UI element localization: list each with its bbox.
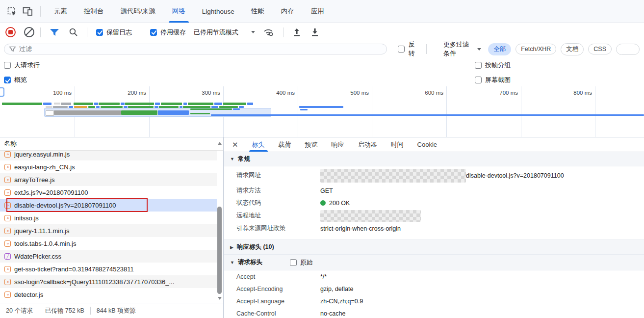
- device-toolbar-icon[interactable]: [23, 6, 32, 16]
- script-file-icon: ‹›: [4, 292, 11, 298]
- scrollbar[interactable]: [216, 139, 223, 303]
- divider: [40, 6, 41, 17]
- main-tab-7[interactable]: 应用: [303, 0, 333, 23]
- divider: [90, 307, 91, 315]
- details-tab-2[interactable]: 预览: [298, 137, 325, 152]
- general-title: 常规: [238, 155, 250, 163]
- checkbox-checked[interactable]: [150, 29, 157, 36]
- timeline-handle[interactable]: [0, 87, 4, 97]
- throttling-select[interactable]: 已停用节流模式: [194, 28, 255, 37]
- waterfall-bar: [158, 110, 189, 115]
- request-row-8[interactable]: ╱WdatePicker.css: [0, 250, 217, 263]
- main-tab-0[interactable]: 元素: [46, 0, 76, 23]
- filter-pill-2[interactable]: 文档: [561, 43, 584, 55]
- request-headers-section-header[interactable]: ▼ 请求标头 原始: [224, 255, 644, 270]
- details-tab-3[interactable]: 响应: [325, 137, 351, 152]
- invert-checkbox[interactable]: 反转: [398, 41, 416, 57]
- details-tab-strip: ✕ 标头载荷预览响应启动器时间Cookie: [224, 137, 644, 152]
- overview-checkbox[interactable]: 概览: [4, 76, 27, 84]
- checkbox-checked[interactable]: [96, 29, 103, 36]
- response-headers-section-header[interactable]: ▶ 响应标头 (10): [224, 239, 644, 255]
- request-name: WdatePicker.css: [14, 253, 61, 260]
- main-tab-2[interactable]: 源代码/来源: [112, 0, 164, 23]
- header-label: Cache-Control: [236, 310, 320, 317]
- network-conditions-icon[interactable]: [263, 28, 274, 36]
- request-row-4[interactable]: ‹›disable-devtool.js?v=201807091100: [0, 199, 217, 212]
- timeline-overview[interactable]: 100 ms200 ms300 ms400 ms500 ms600 ms700 …: [0, 86, 644, 137]
- main-tab-5[interactable]: 性能: [243, 0, 273, 23]
- request-name: initsso.js: [14, 214, 39, 222]
- more-filters-dropdown[interactable]: 更多过滤条件: [443, 41, 481, 57]
- waterfall-bar: [239, 106, 244, 108]
- triangle-down-icon: ▼: [230, 157, 234, 161]
- inspect-element-icon[interactable]: [7, 6, 17, 16]
- record-button[interactable]: [5, 27, 16, 37]
- waterfall-bar: [124, 106, 128, 108]
- request-row-11[interactable]: ‹›detector.js: [0, 288, 217, 301]
- filter-pill-0[interactable]: 全部: [488, 43, 511, 55]
- waterfall-bar: [61, 103, 71, 105]
- waterfall-bar: [46, 106, 52, 108]
- triangle-down-icon: ▼: [230, 260, 234, 265]
- raw-label: 原始: [300, 258, 313, 267]
- details-tab-6[interactable]: Cookie: [411, 137, 444, 152]
- raw-headers-checkbox[interactable]: 原始: [290, 258, 313, 267]
- script-file-icon: ‹›: [4, 266, 11, 272]
- request-row-1[interactable]: ‹›easyui-lang-zh_CN.js: [0, 160, 217, 173]
- divider: [283, 27, 283, 37]
- name-column-label: 名称: [4, 139, 17, 148]
- request-name: jquery-1.11.1.min.js: [14, 227, 69, 235]
- filter-pill-3[interactable]: CSS: [588, 44, 612, 54]
- close-icon[interactable]: ✕: [232, 140, 238, 149]
- request-row-3[interactable]: ‹›extJs.js?v=201807091100: [0, 186, 217, 199]
- preserve-log-checkbox[interactable]: 保留日志: [96, 28, 132, 37]
- request-row-6[interactable]: ‹›jquery-1.11.1.min.js: [0, 224, 217, 237]
- checkbox-checked[interactable]: [4, 77, 11, 83]
- filter-pill-1[interactable]: Fetch/XHR: [515, 44, 556, 54]
- scroll-up-icon[interactable]: [218, 142, 222, 145]
- general-section-header[interactable]: ▼ 常规: [224, 152, 644, 166]
- details-tab-5[interactable]: 时间: [384, 137, 411, 152]
- search-icon[interactable]: [69, 28, 77, 36]
- request-row-9[interactable]: ‹›get-sso-ticket?rand=0.3194788274523811: [0, 263, 217, 275]
- value-text: 200 OK: [329, 200, 350, 207]
- clear-button[interactable]: [24, 27, 34, 37]
- main-tab-1[interactable]: 控制台: [76, 0, 112, 23]
- import-har-icon[interactable]: [293, 28, 301, 37]
- divider: [40, 27, 41, 37]
- main-tab-4[interactable]: Lighthouse: [194, 0, 243, 23]
- request-row-0[interactable]: ‹›jquery.easyui.min.js: [0, 151, 217, 160]
- checkbox-unchecked[interactable]: [398, 46, 405, 53]
- waterfall-bar: [74, 106, 87, 108]
- checkbox-unchecked[interactable]: [475, 62, 482, 69]
- scrollbar-thumb[interactable]: [217, 207, 222, 294]
- request-row-5[interactable]: ‹›initsso.js: [0, 212, 217, 224]
- gridline: [298, 86, 298, 137]
- request-name: sso-login?callback=jQuery111101233873771…: [14, 278, 174, 286]
- request-row-7[interactable]: ‹›tools.tabs-1.0.4.min.js: [0, 237, 217, 250]
- request-row-10[interactable]: ‹›sso-login?callback=jQuery1111012338737…: [0, 275, 217, 288]
- main-tab-6[interactable]: 内存: [273, 0, 303, 23]
- name-column-header[interactable]: 名称: [0, 137, 223, 151]
- big-request-rows-checkbox[interactable]: 大请求行: [4, 61, 40, 70]
- checkbox-unchecked[interactable]: [290, 259, 297, 266]
- main-tab-3[interactable]: 网络: [164, 0, 194, 23]
- group-by-frame-checkbox[interactable]: 按帧分组: [475, 61, 511, 70]
- checkbox-unchecked[interactable]: [475, 77, 482, 83]
- details-tab-0[interactable]: 标头: [245, 137, 272, 152]
- request-header-row-0: Accept*/*: [224, 270, 644, 283]
- checkbox-unchecked[interactable]: [4, 62, 11, 69]
- filter-toggle-icon[interactable]: [50, 29, 59, 36]
- details-tab-1[interactable]: 载荷: [272, 137, 298, 152]
- chevron-down-icon: [251, 31, 255, 33]
- scroll-down-icon[interactable]: [218, 297, 222, 300]
- disable-cache-checkbox[interactable]: 停用缓存: [150, 28, 186, 37]
- request-row-2[interactable]: ‹›arrayToTree.js: [0, 173, 217, 186]
- details-tab-4[interactable]: 启动器: [351, 137, 384, 152]
- filter-input[interactable]: 过滤: [4, 44, 387, 54]
- waterfall-bar: [180, 106, 182, 108]
- header-label: 引荐来源网址政策: [236, 224, 320, 233]
- screenshots-checkbox[interactable]: 屏幕截图: [475, 76, 511, 84]
- export-har-icon[interactable]: [311, 28, 319, 37]
- filter-pill-4[interactable]: [616, 44, 640, 55]
